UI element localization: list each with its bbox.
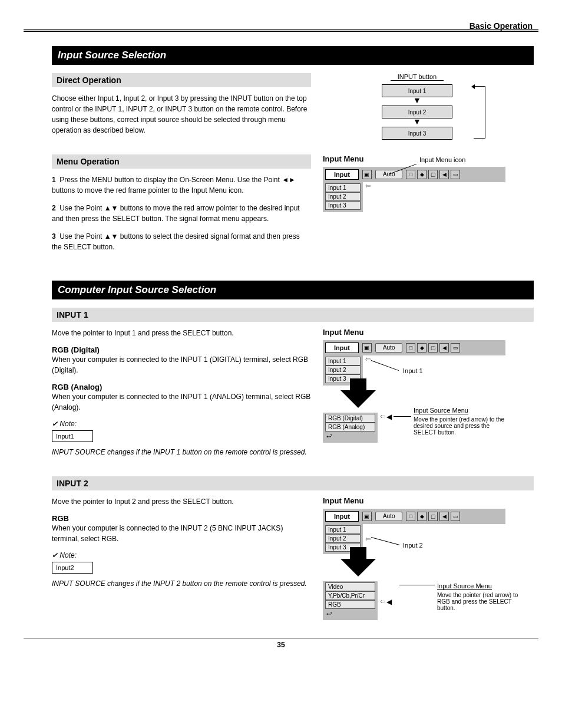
m3-item1[interactable]: Input 1 bbox=[325, 525, 361, 534]
menu-box-label-2: Input bbox=[325, 342, 359, 353]
menu-item-input1[interactable]: Input 1 bbox=[325, 183, 361, 192]
pointer-arrow-3: ⇦ bbox=[365, 535, 371, 543]
input2-intro: Move the pointer to Input 2 and press th… bbox=[52, 496, 311, 507]
rgb-body: When your computer is connected to the I… bbox=[52, 523, 311, 544]
submenu-list-2: Video Y,Pb/Cb,Pr/Cr RGB ⮐ bbox=[323, 581, 378, 620]
pointer-arrow-sub1: ⇦ bbox=[380, 413, 385, 420]
icon2-e[interactable]: ▭ bbox=[451, 343, 460, 353]
page-body: Input Source Selection Direct Operation … bbox=[52, 46, 534, 620]
m2-item2[interactable]: Input 2 bbox=[325, 365, 361, 374]
icon3-a[interactable]: □ bbox=[406, 512, 415, 521]
icon2-b[interactable]: ◆ bbox=[417, 343, 427, 353]
menu-operation-row: Menu Operation 1 Press the MENU button t… bbox=[52, 154, 534, 259]
rgb-analog-label: RGB (Analog) bbox=[52, 383, 311, 391]
auto-pill-3[interactable]: Auto bbox=[375, 512, 403, 521]
m2-item1[interactable]: Input 1 bbox=[325, 357, 361, 365]
input-menu-widget-1: Input ▣ Auto □ ◆ ▢ ◀ ▭ Input 1 Input 2 bbox=[323, 167, 505, 212]
pointer-arrow-2: ⇦ bbox=[365, 355, 371, 363]
black-arrow-1: ◀ bbox=[386, 413, 392, 421]
sub1-item1[interactable]: RGB (Digital) bbox=[325, 414, 375, 423]
menu-item-input3[interactable]: Input 3 bbox=[325, 201, 361, 210]
menu-top-2: Input ▣ Auto □ ◆ ▢ ◀ ▭ bbox=[323, 340, 505, 355]
icon-d[interactable]: ◀ bbox=[439, 170, 449, 179]
rgb-digital-label: RGB (Digital) bbox=[52, 345, 311, 354]
menu-item-input2[interactable]: Input 2 bbox=[325, 192, 361, 201]
note-body-2: INPUT SOURCE changes if the INPUT 2 butt… bbox=[52, 578, 311, 589]
input-icon-3[interactable]: ▣ bbox=[362, 512, 372, 521]
sub2-item3[interactable]: RGB bbox=[325, 600, 375, 609]
sub2-item1[interactable]: Video bbox=[325, 582, 375, 591]
input-menu-title-3: Input Menu bbox=[323, 496, 534, 505]
toolbar-icons-3: □ ◆ ▢ ◀ ▭ bbox=[406, 512, 460, 521]
icon2-a[interactable]: □ bbox=[406, 343, 415, 353]
menu-top-3: Input ▣ Auto □ ◆ ▢ ◀ ▭ bbox=[323, 509, 505, 524]
back-icon-2[interactable]: ⮐ bbox=[325, 609, 375, 618]
pointer-arrow-sub2: ⇦ bbox=[380, 598, 385, 605]
direct-operation-row: Direct Operation Choose either Input 1, … bbox=[52, 73, 534, 143]
icon-c[interactable]: ▢ bbox=[428, 170, 438, 179]
section-header: Basic Operation bbox=[470, 21, 533, 31]
step1-text: Press the MENU button to display the On-… bbox=[52, 176, 296, 195]
callout-line-3 bbox=[394, 416, 411, 417]
callout-line-5 bbox=[399, 585, 435, 585]
menu-operation-heading: Menu Operation bbox=[52, 154, 311, 169]
input1-heading: INPUT 1 bbox=[52, 308, 534, 322]
flow-arrow-1: ▼ bbox=[358, 97, 476, 106]
callout-1: Input Menu icon bbox=[419, 156, 465, 163]
flow-box-3: Input 3 bbox=[382, 127, 452, 140]
big-arrow-1 bbox=[340, 390, 376, 408]
menu-list-1: Input 1 Input 2 Input 3 bbox=[323, 182, 363, 212]
menu-step-1: 1 Press the MENU button to display the O… bbox=[52, 174, 311, 196]
callout-3: Input 2 bbox=[403, 542, 423, 549]
m3-item2[interactable]: Input 2 bbox=[325, 534, 361, 543]
input1-intro: Move the pointer to Input 1 and press th… bbox=[52, 328, 311, 338]
rgb-analog-body: When your computer is connected to the I… bbox=[52, 391, 311, 413]
submenu-callout-2: Move the pointer (red arrow) to RGB and … bbox=[437, 592, 520, 611]
auto-pill-1[interactable]: Auto bbox=[375, 170, 403, 179]
header-rule bbox=[24, 29, 538, 32]
big-arrow-2 bbox=[340, 559, 376, 577]
icon3-d[interactable]: ◀ bbox=[439, 512, 449, 521]
icon3-b[interactable]: ◆ bbox=[417, 512, 427, 521]
submenu-callout-1: Move the pointer (red arrow) to the desi… bbox=[414, 416, 508, 436]
input-icon[interactable]: ▣ bbox=[362, 170, 372, 179]
direct-operation-body: Choose either Input 1, Input 2, or Input… bbox=[52, 93, 311, 136]
toolbar-icons-2: □ ◆ ▢ ◀ ▭ bbox=[406, 343, 460, 353]
flow-label: INPUT button bbox=[391, 73, 444, 81]
footer: 35 bbox=[24, 638, 538, 649]
icon2-d[interactable]: ◀ bbox=[439, 343, 449, 353]
rgb-digital-body: When your computer is connected to the I… bbox=[52, 354, 311, 375]
callout-line-4 bbox=[371, 537, 400, 545]
submenu-label-2: Input Source Menu bbox=[437, 582, 492, 590]
sub2-item2[interactable]: Y,Pb/Cb,Pr/Cr bbox=[325, 591, 375, 600]
menu-box-label-3: Input bbox=[325, 511, 359, 522]
callout-line-2 bbox=[371, 360, 399, 371]
auto-pill-2[interactable]: Auto bbox=[375, 343, 403, 353]
flow-loop bbox=[474, 86, 485, 139]
icon3-c[interactable]: ▢ bbox=[428, 512, 438, 521]
input-icon-2[interactable]: ▣ bbox=[362, 343, 372, 353]
back-icon-1[interactable]: ⮐ bbox=[325, 431, 375, 440]
note-label-2: ✔ Note: bbox=[52, 551, 311, 559]
bar-computer-input: Computer Input Source Selection bbox=[52, 281, 534, 299]
note-body-1: INPUT SOURCE changes if the INPUT 1 butt… bbox=[52, 447, 311, 457]
bar-input-source: Input Source Selection bbox=[52, 46, 534, 65]
icon-e[interactable]: ▭ bbox=[451, 170, 460, 179]
step3-text: Use the Point ▲▼ buttons to select the d… bbox=[52, 232, 300, 251]
icon-b[interactable]: ◆ bbox=[417, 170, 427, 179]
icon-a[interactable]: □ bbox=[406, 170, 415, 179]
icon2-c[interactable]: ▢ bbox=[428, 343, 438, 353]
sub1-item2[interactable]: RGB (Analog) bbox=[325, 423, 375, 431]
rgb-label: RGB bbox=[52, 514, 311, 523]
input2-heading: INPUT 2 bbox=[52, 476, 534, 490]
menu-top-1: Input ▣ Auto □ ◆ ▢ ◀ ▭ bbox=[323, 167, 505, 182]
menu-step-2: 2 Use the Point ▲▼ buttons to move the r… bbox=[52, 203, 311, 224]
icon3-e[interactable]: ▭ bbox=[451, 512, 460, 521]
note-box-1: Input1 bbox=[52, 430, 93, 442]
pointer-arrow-1: ⇦ bbox=[365, 182, 371, 190]
flow-diagram: INPUT button Input 1 ▼ Input 2 ▼ Input 3 bbox=[358, 73, 476, 140]
black-arrow-2: ◀ bbox=[386, 598, 392, 606]
note-label-1: ✔ Note: bbox=[52, 420, 311, 428]
flow-arrow-2: ▼ bbox=[358, 118, 476, 127]
toolbar-icons-1: □ ◆ ▢ ◀ ▭ bbox=[406, 170, 460, 179]
